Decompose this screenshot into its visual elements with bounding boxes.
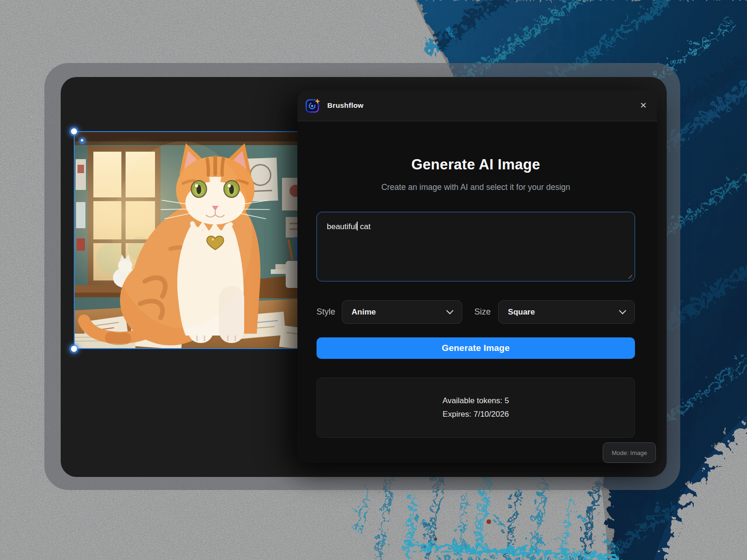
generate-image-button[interactable]: Generate Image <box>317 337 635 359</box>
prompt-input[interactable]: beautiful cat <box>317 212 635 281</box>
selection-anchor-handle[interactable] <box>80 139 85 143</box>
close-icon: ✕ <box>640 101 647 110</box>
dialog-title: Generate AI Image <box>317 156 635 173</box>
selected-cat-image[interactable] <box>75 132 327 348</box>
mode-badge: Mode: Image <box>603 442 656 463</box>
expires-text: Expires: 7/10/2026 <box>443 410 509 419</box>
size-value: Square <box>508 308 535 317</box>
dialog-body: Generate AI Image Create an image with A… <box>317 121 635 463</box>
size-label: Size <box>474 307 491 317</box>
style-value: Anime <box>352 308 376 317</box>
selected-image-wrapper <box>75 132 327 348</box>
chevron-down-icon <box>619 307 627 315</box>
resize-grip-icon[interactable] <box>627 273 632 279</box>
prompt-text: beautiful <box>327 222 357 231</box>
style-label: Style <box>317 307 335 317</box>
page: { "app": { "name": "Brushflow" }, "windo… <box>0 0 747 560</box>
close-button[interactable]: ✕ <box>636 98 650 112</box>
style-select[interactable]: Anime <box>342 300 462 324</box>
size-select[interactable]: Square <box>498 300 635 324</box>
dialog-subtitle: Create an image with AI and select it fo… <box>317 182 635 192</box>
options-row: Style Anime Size Square <box>317 300 635 324</box>
cat-illustration <box>75 132 327 348</box>
brushflow-dialog: Brushflow ✕ Generate AI Image Create an … <box>297 90 657 463</box>
selection-handle-bottom-left[interactable] <box>71 346 77 352</box>
selection-handle-top-left[interactable] <box>71 128 77 134</box>
dialog-header: Brushflow ✕ <box>297 90 657 121</box>
prompt-text-after: cat <box>358 222 370 231</box>
tokens-info-box: Available tokens: 5 Expires: 7/10/2026 <box>317 378 635 438</box>
brushflow-logo-icon <box>305 98 321 113</box>
app-title: Brushflow <box>327 101 364 110</box>
available-tokens-text: Available tokens: 5 <box>443 396 509 406</box>
chevron-down-icon <box>446 307 454 315</box>
